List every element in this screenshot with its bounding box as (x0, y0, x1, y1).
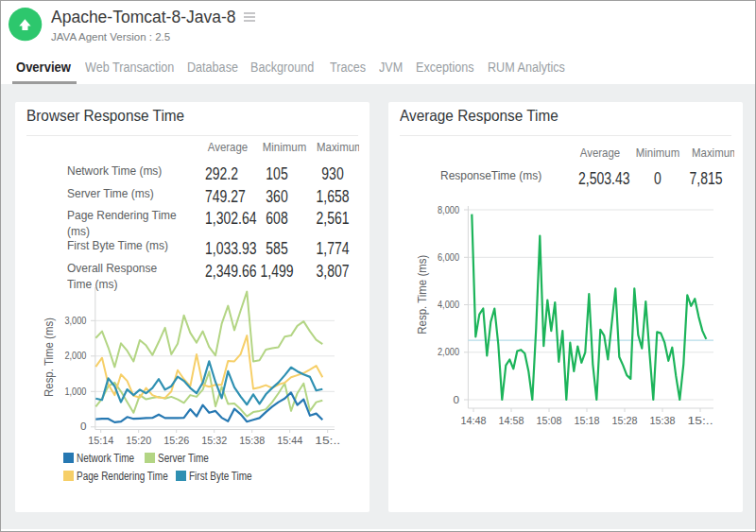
svg-text:15:..: 15:.. (688, 414, 713, 427)
svg-text:15:28: 15:28 (612, 414, 638, 427)
svg-text:Resp. Time (ms): Resp. Time (ms) (42, 317, 56, 397)
svg-text:15:08: 15:08 (537, 414, 562, 427)
svg-text:8,000: 8,000 (438, 204, 459, 215)
svg-text:15:18: 15:18 (575, 414, 600, 427)
svg-text:15:44: 15:44 (277, 434, 302, 447)
svg-text:3,000: 3,000 (64, 315, 86, 326)
svg-text:15:32: 15:32 (201, 434, 227, 447)
svg-text:2,000: 2,000 (64, 351, 86, 362)
svg-text:15:26: 15:26 (163, 434, 189, 447)
svg-text:Resp. Time (ms): Resp. Time (ms) (415, 255, 429, 335)
svg-text:2,000: 2,000 (438, 347, 459, 358)
svg-text:15:20: 15:20 (126, 434, 151, 447)
svg-text:0: 0 (80, 421, 87, 433)
svg-text:14:58: 14:58 (499, 414, 524, 427)
svg-text:14:48: 14:48 (461, 414, 487, 427)
svg-text:15:14: 15:14 (88, 434, 113, 447)
svg-text:0: 0 (454, 394, 460, 405)
svg-text:6,000: 6,000 (438, 251, 459, 263)
svg-text:1,000: 1,000 (64, 386, 86, 397)
svg-text:15:38: 15:38 (239, 434, 265, 447)
svg-text:4,000: 4,000 (438, 299, 459, 310)
svg-text:15:..: 15:.. (315, 434, 340, 447)
svg-text:15:38: 15:38 (650, 414, 676, 427)
